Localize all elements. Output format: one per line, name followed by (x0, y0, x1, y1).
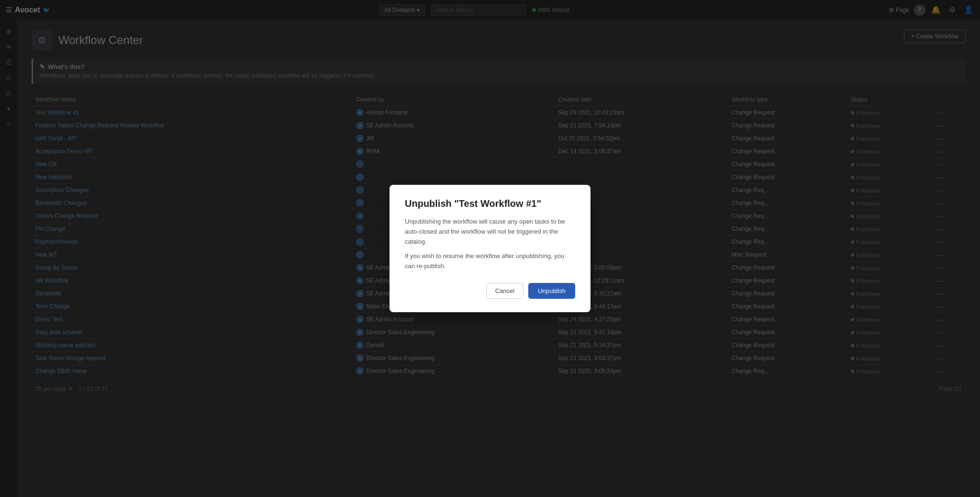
unpublish-button[interactable]: Unpublish (528, 283, 575, 299)
modal-body: Unpublishing the workflow will cause any… (405, 217, 575, 271)
modal-body-line1: Unpublishing the workflow will cause any… (405, 217, 575, 247)
modal-body-line2: If you wish to resume the workflow after… (405, 251, 575, 271)
modal-footer: Cancel Unpublish (405, 283, 575, 299)
unpublish-modal: Unpublish "Test Workflow #1" Unpublishin… (390, 185, 590, 312)
modal-overlay: Unpublish "Test Workflow #1" Unpublishin… (0, 0, 980, 497)
cancel-button[interactable]: Cancel (486, 283, 523, 299)
modal-title: Unpublish "Test Workflow #1" (405, 198, 575, 209)
